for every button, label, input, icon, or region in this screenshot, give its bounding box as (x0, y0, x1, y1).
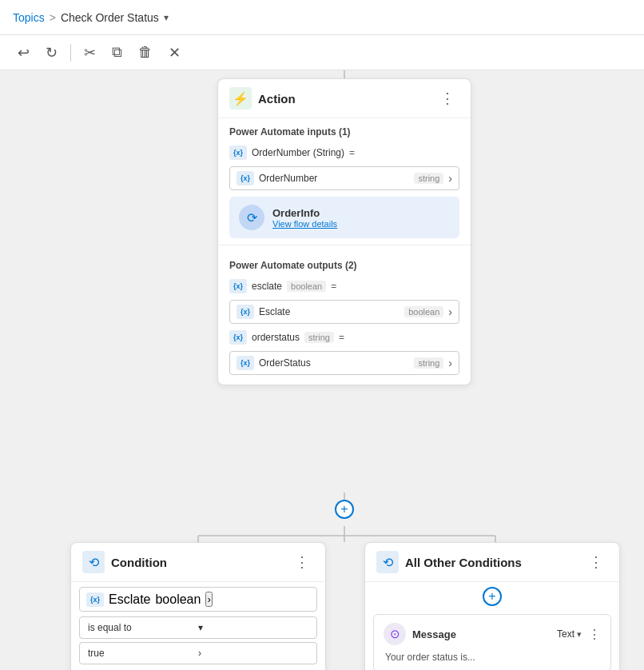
input-field-name: OrderNumber (259, 173, 409, 184)
condition-operator-label: is equal to (88, 622, 198, 633)
output-field1-name: Esclate (259, 306, 400, 317)
condition-card-header: ⟲ Condition ⋮ (71, 543, 325, 582)
other-card-add-button[interactable]: + (483, 587, 502, 606)
add-node-button[interactable]: + (335, 500, 354, 519)
action-card: ⚡ Action ⋮ Power Automate inputs (1) {x}… (217, 78, 471, 385)
toolbar: ↩ ↻ ✂ ⧉ 🗑 ✕ (0, 35, 644, 70)
condition-field-type: boolean (155, 592, 201, 607)
condition-menu-button[interactable]: ⋮ (290, 552, 314, 572)
other-card-icon: ⟲ (376, 551, 399, 573)
outputs-section-title: Power Automate outputs (2) (218, 252, 471, 276)
output-var1-icon: {x} (229, 279, 247, 293)
input-field-chevron-icon[interactable]: › (448, 172, 452, 185)
output-var1-type: boolean (287, 281, 326, 292)
condition-field-row[interactable]: {x} Esclate boolean › (79, 587, 317, 612)
message-body: Your order status is... (384, 652, 601, 663)
inputs-section-title: Power Automate inputs (1) (218, 118, 471, 142)
delete-button-1[interactable]: 🗑 (132, 40, 159, 65)
output-var2-icon: {x} (229, 330, 247, 345)
output-field2-icon: {x} (237, 356, 254, 370)
output-field1-type: boolean (404, 306, 443, 317)
action-icon: ⚡ (229, 87, 252, 110)
input-var-icon: {x} (229, 146, 247, 160)
message-card-header: ⊙ Message Text ▾ ⋮ (384, 623, 601, 645)
message-menu-button[interactable]: ⋮ (588, 627, 601, 642)
output-field1-icon: {x} (237, 305, 254, 319)
condition-operator-dropdown[interactable]: is equal to ▾ (79, 616, 317, 639)
other-card-header: ⟲ All Other Conditions ⋮ (365, 543, 619, 582)
toolbar-separator (70, 44, 71, 62)
message-type-chevron-icon: ▾ (577, 629, 582, 640)
message-title: Message (412, 628, 551, 640)
canvas: ⚡ Action ⋮ Power Automate inputs (1) {x}… (0, 70, 644, 670)
output-field2-chevron-icon[interactable]: › (448, 357, 452, 369)
output-var2-type: string (304, 332, 334, 343)
breadcrumb-current: Check Order Status (61, 11, 159, 24)
input-var-eq: = (349, 147, 355, 158)
other-card-menu-button[interactable]: ⋮ (584, 552, 608, 572)
output-var2-name: orderstatus (252, 332, 300, 343)
section-divider (218, 245, 471, 245)
condition-value-row[interactable]: true › (79, 642, 317, 664)
output-var1-row: {x} esclate boolean = (218, 276, 471, 297)
message-card: ⊙ Message Text ▾ ⋮ Your order status is.… (373, 614, 611, 670)
redo-button[interactable]: ↻ (39, 40, 64, 66)
flow-info: OrderInfo View flow details (272, 207, 337, 229)
output-field1-row[interactable]: {x} Esclate boolean › (229, 300, 459, 324)
condition-field-icon: {x} (86, 592, 104, 607)
message-icon: ⊙ (384, 623, 406, 645)
delete-button-2[interactable]: ✕ (162, 40, 187, 66)
output-field2-type: string (414, 357, 443, 369)
condition-card: ⟲ Condition ⋮ {x} Esclate boolean › is e… (70, 542, 326, 670)
action-menu-button[interactable]: ⋮ (435, 88, 459, 109)
flow-ref-row: ⟳ OrderInfo View flow details (229, 197, 459, 238)
condition-field-chevron-icon[interactable]: › (205, 592, 212, 607)
input-field-row[interactable]: {x} OrderNumber string › (229, 166, 459, 190)
input-field-icon: {x} (237, 171, 254, 185)
condition-icon: ⟲ (82, 551, 105, 573)
breadcrumb: Topics > Check Order Status ▾ (13, 11, 169, 24)
other-conditions-card: ⟲ All Other Conditions ⋮ + ⊙ Message Tex… (364, 542, 620, 670)
cut-button[interactable]: ✂ (78, 40, 102, 66)
condition-card-title: Condition (111, 556, 284, 569)
output-var1-name: esclate (252, 281, 282, 292)
breadcrumb-chevron-icon[interactable]: ▾ (164, 12, 169, 23)
breadcrumb-topics-link[interactable]: Topics (13, 11, 45, 24)
condition-value-chevron-icon: › (198, 648, 308, 659)
message-type-dropdown[interactable]: Text ▾ (557, 628, 582, 640)
condition-field-name: Esclate (109, 592, 150, 607)
action-card-title: Action (258, 92, 429, 106)
view-flow-details-link[interactable]: View flow details (272, 219, 337, 229)
breadcrumb-separator: > (50, 11, 56, 24)
flow-name: OrderInfo (272, 207, 337, 219)
output-field2-row[interactable]: {x} OrderStatus string › (229, 351, 459, 375)
input-field-type: string (414, 173, 443, 184)
output-var1-eq: = (331, 281, 336, 292)
condition-value: true (88, 648, 198, 659)
other-card-title: All Other Conditions (405, 556, 578, 569)
copy-button[interactable]: ⧉ (105, 40, 129, 65)
output-var2-row: {x} orderstatus string = (218, 327, 471, 348)
input-var-name: OrderNumber (String) (252, 147, 344, 158)
output-field1-chevron-icon[interactable]: › (448, 305, 452, 318)
topbar: Topics > Check Order Status ▾ (0, 0, 644, 35)
output-field2-name: OrderStatus (259, 357, 409, 369)
output-var2-eq: = (339, 332, 344, 343)
message-type-label: Text (557, 628, 574, 640)
action-card-header: ⚡ Action ⋮ (218, 79, 471, 118)
flow-icon: ⟳ (239, 205, 264, 230)
condition-operator-chevron-icon: ▾ (198, 622, 308, 633)
input-var-row: {x} OrderNumber (String) = (218, 142, 471, 163)
undo-button[interactable]: ↩ (11, 40, 36, 66)
